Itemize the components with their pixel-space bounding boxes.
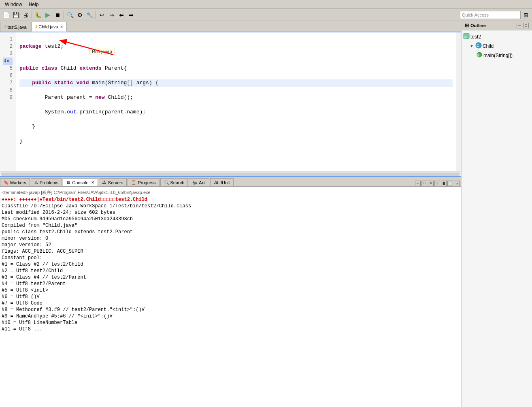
toolbar-btn-11[interactable]: ⬅ — [117, 11, 126, 19]
bottom-stop-btn[interactable]: ■ — [428, 181, 434, 186]
outline-maximize-btn[interactable]: □ — [523, 23, 529, 28]
bottom-tab-junit[interactable]: Ju JUnit — [210, 178, 234, 186]
console-line-19: #10 = Utf8 LineNumberTable — [2, 320, 460, 326]
toolbar-btn-run[interactable]: ▶ — [43, 11, 52, 19]
outline-tree-test2[interactable]: p test2 — [463, 32, 530, 41]
servers-label: Servers — [108, 180, 123, 185]
quick-access-box[interactable]: Quick Access — [460, 11, 521, 19]
bottom-btn2[interactable]: ⏸ — [434, 181, 440, 186]
bottom-btn5[interactable]: ↗ — [454, 181, 460, 186]
toolbar: 📄 💾 🖨 🐛 ▶ ⏹ 🔍 ⚙ 🔧 ↩ ↪ ⬅ ➡ Quick Access ⊞ — [0, 9, 532, 21]
tree-test2-label: test2 — [470, 34, 481, 40]
tree-child-label: Child — [483, 43, 494, 49]
toolbar-btn-maximize[interactable]: ⊞ — [521, 11, 530, 19]
toolbar-sep-1 — [32, 11, 32, 19]
ant-label: Ant — [199, 180, 206, 185]
toolbar-btn-new[interactable]: 📄 — [2, 11, 11, 19]
console-line-15: #6 = Utf8 ()V — [2, 294, 460, 300]
toolbar-sep-2 — [64, 11, 64, 19]
toolbar-btn-12[interactable]: ➡ — [127, 11, 136, 19]
svg-text:$: $ — [477, 53, 479, 57]
outline-tree-main[interactable]: $ main(String[]) — [463, 51, 530, 60]
console-line-20: #11 = Utf8 ... — [2, 326, 460, 332]
toolbar-btn-3[interactable]: 🖨 — [21, 11, 30, 19]
console-line-8: flags: ACC_PUBLIC, ACC_SUPER — [2, 248, 460, 255]
console-line-2: Last modified 2016-2-24; size 602 bytes — [2, 209, 460, 216]
outline-tree: p test2 ▼ C Child $ main(String[]) — [462, 30, 532, 62]
console-line-10: #1 = Class #2 // test2/Child — [2, 261, 460, 268]
console-line-12: #3 = Class #4 // test2/Parent — [2, 274, 460, 281]
junit-icon: Ju — [214, 180, 218, 185]
console-terminated-line: <terminated> javap [程序] C:\Program Files… — [2, 188, 460, 196]
bottom-tab-ant[interactable]: 🐜 Ant — [189, 178, 209, 186]
console-line-18: #9 = NameAndType #5:#6 // "<init>":()V — [2, 313, 460, 320]
toolbar-btn-8[interactable]: 🔧 — [85, 11, 94, 19]
toolbar-btn-debug[interactable]: 🐛 — [34, 11, 43, 19]
menu-window[interactable]: Window — [2, 1, 26, 8]
bottom-tab-markers[interactable]: 🔖 Markers — [0, 178, 30, 186]
search-icon: 🔍 — [164, 180, 169, 185]
bottom-tab-servers[interactable]: 🖧 Servers — [99, 178, 127, 186]
svg-text:C: C — [477, 43, 479, 48]
bottom-tab-search[interactable]: 🔍 Search — [160, 178, 188, 186]
toolbar-btn-9[interactable]: ↩ — [98, 11, 106, 19]
line-numbers: 1 2 3 4● 5 6 7 8 9 — [0, 32, 16, 171]
console-line-red: ♦♦♦♦: ♦♦♦♦♦♦|●Test/bin/test2.Child□□□□□t… — [2, 196, 460, 203]
problems-icon: ⚠ — [34, 180, 38, 185]
editor-hscrollbar[interactable] — [0, 171, 461, 176]
toolbar-btn-6[interactable]: 🔍 — [66, 11, 74, 19]
toolbar-btn-2[interactable]: 💾 — [11, 11, 20, 19]
bottom-maximize-btn[interactable]: □ — [421, 181, 427, 186]
console-line-1: Classfile /D:/Eclipse_Java_WorkSpace_1/T… — [2, 203, 460, 209]
tab-child-close[interactable]: ✕ — [60, 25, 63, 29]
outline-panel-header: ⊞ Outline ─ □ — [462, 21, 532, 30]
console-close[interactable]: ✕ — [91, 180, 94, 185]
toolbar-btn-10[interactable]: ↪ — [107, 11, 116, 19]
tab-child-label: Child.java — [38, 24, 58, 29]
bottom-btn4[interactable]: 📋 — [447, 181, 453, 186]
editor-scrollbar[interactable] — [456, 32, 461, 171]
tab-test5-icon: J — [4, 25, 6, 29]
quick-access-label: Quick Access — [462, 13, 489, 17]
console-line-11: #2 = Utf8 test2/Child — [2, 268, 460, 274]
outline-tree-child[interactable]: ▼ C Child — [463, 41, 530, 51]
outline-minimize-btn[interactable]: ─ — [517, 23, 522, 28]
tree-child-icon: C — [475, 42, 482, 50]
main-layout: J test5.java J Child.java ✕ 1 2 3 4● 5 6 — [0, 21, 532, 407]
tree-collapse-icon: ▼ — [470, 44, 474, 48]
outline-title: Outline — [470, 23, 486, 28]
svg-text:p: p — [464, 34, 467, 38]
tab-child[interactable]: J Child.java ✕ — [31, 22, 67, 32]
bottom-tab-problems[interactable]: ⚠ Problems — [31, 178, 62, 186]
progress-label: Progress — [138, 180, 155, 185]
console-label: Console — [72, 180, 88, 185]
console-line-14: #5 = Utf8 <init> — [2, 287, 460, 294]
code-content: package test2; public class Child extend… — [16, 32, 456, 171]
tab-test5[interactable]: J test5.java — [0, 22, 30, 32]
bottom-panel: 🔖 Markers ⚠ Problems 🖥 Console ✕ 🖧 Serve… — [0, 176, 461, 407]
console-line-13: #4 = Utf8 test2/Parent — [2, 281, 460, 287]
problems-label: Problems — [40, 180, 58, 185]
bottom-btn3[interactable]: 🗑 — [441, 181, 447, 186]
bottom-tab-console[interactable]: 🖥 Console ✕ — [63, 178, 98, 186]
markers-label: Markers — [10, 180, 26, 185]
console-content: <terminated> javap [程序] C:\Program Files… — [0, 187, 461, 407]
bottom-tab-progress[interactable]: ⏳ Progress — [128, 178, 159, 186]
progress-icon: ⏳ — [131, 180, 136, 185]
tree-test2-icon: p — [463, 33, 470, 40]
right-panel: ⊞ Outline ─ □ p test2 ▼ C Child — [461, 21, 532, 407]
editor-area: J test5.java J Child.java ✕ 1 2 3 4● 5 6 — [0, 21, 461, 176]
editor-tab-bar: J test5.java J Child.java ✕ — [0, 21, 461, 32]
menu-help[interactable]: Help — [26, 1, 42, 8]
markers-icon: 🔖 — [4, 180, 9, 185]
toolbar-sep-3 — [96, 11, 96, 19]
outline-grid-icon: ⊞ — [465, 23, 469, 28]
console-line-3: MD5 checksum 9d959ad1ca956c94a25013da243… — [2, 216, 460, 222]
toolbar-btn-5[interactable]: ⏹ — [53, 11, 62, 19]
bottom-minimize-btn[interactable]: ─ — [415, 181, 421, 186]
toolbar-btn-7[interactable]: ⚙ — [75, 11, 84, 19]
console-line-16: #7 = Utf8 Code — [2, 300, 460, 307]
tab-child-icon: J — [35, 25, 37, 29]
console-line-4: Compiled from "Child.java" — [2, 222, 460, 229]
console-line-5: public class test2.Child extends test2.P… — [2, 229, 460, 235]
